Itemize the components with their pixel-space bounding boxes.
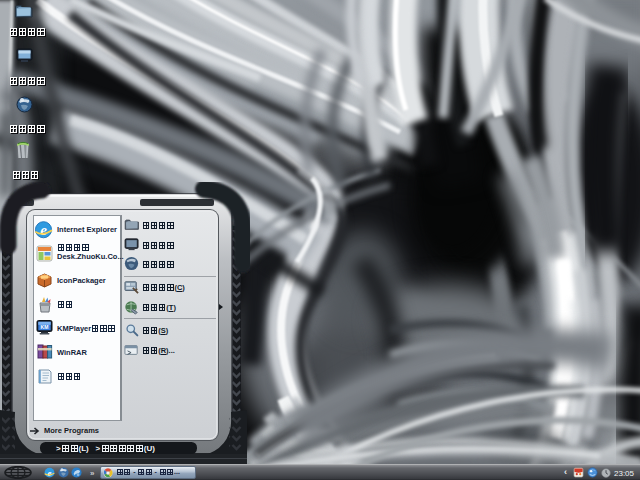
svg-text:e: e xyxy=(40,222,47,238)
svg-text:e: e xyxy=(48,468,52,478)
svg-text:KM: KM xyxy=(41,324,49,330)
